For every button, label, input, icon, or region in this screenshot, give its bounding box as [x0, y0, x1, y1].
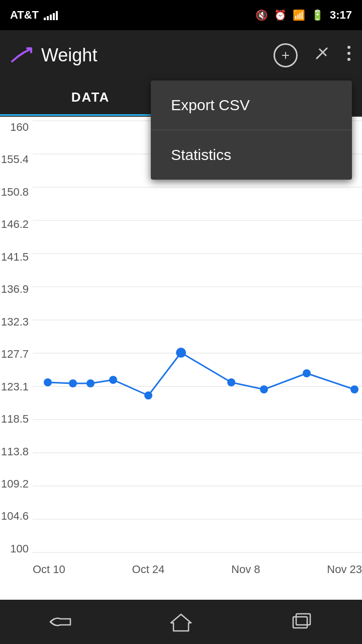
- x-label-oct24: Oct 24: [132, 563, 165, 576]
- signal-bars-icon: [44, 10, 58, 20]
- time-label: 3:17: [330, 9, 352, 22]
- app-bar: Weight +: [0, 30, 362, 80]
- y-label-1046: 104.6: [0, 510, 33, 523]
- svg-point-19: [86, 379, 95, 387]
- trend-icon: [10, 45, 34, 65]
- svg-point-17: [44, 378, 52, 386]
- status-left: AT&T: [10, 9, 58, 22]
- svg-point-25: [303, 369, 311, 377]
- y-label-1554: 155.4: [0, 153, 33, 166]
- y-label-1369: 136.9: [0, 283, 33, 296]
- x-label-oct10: Oct 10: [33, 563, 65, 576]
- add-button[interactable]: +: [274, 43, 298, 67]
- chart-area: 160 155.4 150.8 146.2 141.5 136.9 132.3 …: [0, 117, 362, 610]
- y-label-1508: 150.8: [0, 186, 33, 199]
- add-icon: +: [282, 47, 290, 63]
- app-title: Weight: [41, 45, 97, 66]
- app-bar-icons: +: [274, 43, 352, 67]
- svg-point-20: [109, 376, 117, 384]
- svg-point-22: [176, 348, 186, 358]
- battery-icon: 🔋: [311, 9, 324, 21]
- y-label-100: 100: [0, 542, 33, 555]
- app-logo: Weight: [10, 45, 274, 66]
- status-right: 🔇 ⏰ 📶 🔋 3:17: [255, 9, 352, 22]
- svg-point-0: [347, 46, 350, 49]
- y-label-1092: 109.2: [0, 477, 33, 491]
- svg-point-18: [69, 379, 77, 387]
- svg-rect-28: [296, 614, 310, 625]
- y-label-1462: 146.2: [0, 218, 33, 231]
- y-label-1277: 127.7: [0, 348, 33, 361]
- clock-icon: ⏰: [274, 9, 287, 21]
- home-button[interactable]: [161, 609, 201, 634]
- svg-rect-27: [293, 617, 307, 628]
- bottom-nav: [0, 600, 362, 644]
- statistics-item[interactable]: Statistics: [151, 130, 352, 180]
- recents-button[interactable]: [282, 609, 322, 634]
- svg-point-21: [144, 391, 152, 399]
- x-label-nov8: Nov 8: [231, 563, 260, 576]
- y-label-1231: 123.1: [0, 380, 33, 393]
- y-label-1185: 118.5: [0, 413, 33, 426]
- status-bar: AT&T 🔇 ⏰ 📶 🔋 3:17: [0, 0, 362, 30]
- back-button[interactable]: [40, 609, 80, 634]
- svg-point-24: [260, 385, 268, 393]
- wifi-icon: 📶: [293, 9, 305, 21]
- y-label-1415: 141.5: [0, 251, 33, 264]
- svg-point-26: [350, 385, 358, 393]
- chart-svg: [33, 117, 362, 559]
- svg-point-23: [227, 378, 235, 386]
- svg-point-2: [347, 58, 350, 61]
- y-axis-labels: 160 155.4 150.8 146.2 141.5 136.9 132.3 …: [0, 117, 33, 559]
- y-label-160: 160: [0, 121, 33, 134]
- carrier-label: AT&T: [10, 9, 39, 22]
- mute-icon: 🔇: [255, 9, 268, 21]
- y-label-1138: 113.8: [0, 445, 33, 458]
- y-label-1323: 132.3: [0, 315, 33, 329]
- chart-inner: 160 155.4 150.8 146.2 141.5 136.9 132.3 …: [0, 117, 362, 610]
- x-axis-labels: Oct 10 Oct 24 Nov 8 Nov 23: [33, 559, 362, 580]
- dropdown-menu: Export CSV Statistics: [151, 80, 352, 180]
- svg-point-1: [347, 52, 350, 55]
- more-button[interactable]: [346, 44, 352, 66]
- export-csv-item[interactable]: Export CSV: [151, 80, 352, 130]
- settings-button[interactable]: [313, 44, 331, 66]
- x-label-nov23: Nov 23: [327, 563, 362, 576]
